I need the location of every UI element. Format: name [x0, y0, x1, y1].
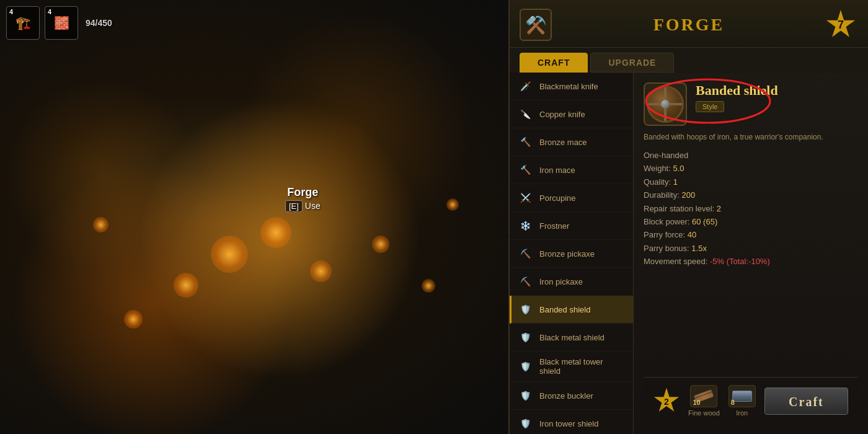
- forge-panel: ⚒️ FORGE 7 CRAFT UPGRADE 🗡️ Blackmetal k…: [508, 0, 868, 434]
- list-item-label-banded-shield: Banded shield: [539, 305, 590, 314]
- style-button[interactable]: Style: [696, 101, 724, 112]
- list-item-blackmetal-knife[interactable]: 🗡️ Blackmetal knife: [510, 73, 633, 100]
- light-effect: [422, 279, 435, 293]
- stat-durability-value: 200: [681, 190, 695, 200]
- craft-level-star: 2: [653, 388, 680, 414]
- forge-icon: ⚒️: [520, 9, 552, 41]
- list-item-bronze-buckler[interactable]: 🛡️ Bronze buckler: [510, 382, 633, 410]
- stat-parry-force-value: 40: [688, 230, 696, 239]
- forge-use-label: Use: [305, 201, 321, 211]
- item-stats: One-handed Weight: 5.0 Quality: 1 Durabi…: [644, 149, 858, 377]
- hud-item-1-count: 4: [9, 8, 13, 16]
- tab-craft[interactable]: CRAFT: [520, 53, 588, 73]
- stat-movement-speed: Movement speed: -5% (Total:-10%): [644, 255, 858, 268]
- light-effect: [310, 260, 332, 282]
- list-item-icon-porcupine: ⚔️: [517, 190, 533, 206]
- item-detail-header: Banded shield Style: [644, 82, 858, 126]
- list-item-black-metal-shield[interactable]: 🛡️ Black metal shield: [510, 324, 633, 352]
- list-item-icon-black-metal-tower-shield: 🛡️: [517, 358, 533, 374]
- list-item-bronze-pickaxe[interactable]: ⛏️ Bronze pickaxe: [510, 240, 633, 268]
- list-item-label-iron-tower-shield: Iron tower shield: [539, 419, 598, 428]
- ingredient-iron-count: 8: [731, 399, 735, 406]
- ingredient-fine-wood-icon: 10: [690, 385, 717, 407]
- list-item-label-blackmetal-knife: Blackmetal knife: [539, 82, 598, 91]
- list-item-label-bronze-buckler: Bronze buckler: [539, 391, 593, 401]
- forge-level-star: 7: [826, 10, 856, 40]
- stat-durability: Durability: 200: [644, 188, 858, 202]
- hud-item-2[interactable]: 4 🧱: [45, 6, 78, 40]
- craft-requirements: 2 10 Fine wood 8 Iron Craft: [644, 377, 858, 424]
- list-item-icon-banded-shield: 🛡️: [517, 301, 533, 317]
- list-item-copper-knife[interactable]: 🔪 Copper knife: [510, 100, 633, 128]
- stat-block-power-value: 60 (65): [692, 217, 717, 226]
- list-item-iron-pickaxe[interactable]: ⛏️ Iron pickaxe: [510, 268, 633, 296]
- stat-weight-label: Weight:: [644, 164, 673, 173]
- light-effect: [372, 236, 389, 253]
- list-item-porcupine[interactable]: ⚔️ Porcupine: [510, 184, 633, 212]
- forge-world-tooltip: Forge [E] Use: [285, 186, 321, 212]
- hud-inventory: 4 🏗️ 4 🧱 94/450: [6, 6, 112, 40]
- list-item-label-bronze-pickaxe: Bronze pickaxe: [539, 249, 595, 259]
- list-item-icon-bronze-buckler: 🛡️: [517, 388, 533, 404]
- hud-item-2-icon: 🧱: [54, 16, 69, 30]
- forge-tooltip-title: Forge: [285, 186, 321, 199]
- stat-block-power-label: Block power:: [644, 217, 692, 226]
- list-item-banded-shield[interactable]: 🛡️ Banded shield: [510, 296, 633, 324]
- light-effect: [93, 217, 108, 232]
- forge-header: ⚒️ FORGE 7: [510, 0, 868, 48]
- list-item-icon-iron-tower-shield: 🛡️: [517, 415, 533, 432]
- list-item-label-black-metal-tower-shield: Black metal tower shield: [539, 357, 626, 376]
- item-detail-panel: Banded shield Style Banded with hoops of…: [634, 73, 868, 434]
- list-item-label-iron-mace: Iron mace: [539, 166, 575, 175]
- list-item-label-iron-pickaxe: Iron pickaxe: [539, 277, 583, 286]
- list-item-icon-iron-pickaxe: ⛏️: [517, 273, 533, 290]
- stat-movement-speed-value: -5% (Total:-10%): [710, 257, 770, 266]
- tab-upgrade[interactable]: UPGRADE: [590, 53, 674, 73]
- ingredient-fine-wood: 10 Fine wood: [688, 385, 720, 417]
- stat-parry-bonus: Parry bonus: 1.5x: [644, 242, 858, 255]
- stat-movement-speed-label: Movement speed:: [644, 257, 710, 266]
- ingredient-iron-icon: 8: [728, 385, 756, 407]
- stat-parry-bonus-value: 1.5x: [691, 244, 707, 253]
- game-viewport: 4 🏗️ 4 🧱 94/450 Forge [E] Use: [0, 0, 508, 434]
- forge-tooltip-action: [E] Use: [285, 200, 321, 212]
- list-item-iron-mace[interactable]: 🔨 Iron mace: [510, 156, 633, 184]
- light-effect: [260, 217, 291, 248]
- list-item-label-copper-knife: Copper knife: [539, 110, 585, 119]
- craft-button[interactable]: Craft: [764, 388, 848, 415]
- stat-parry-force-label: Parry force:: [644, 230, 688, 239]
- list-item-icon-blackmetal-knife: 🗡️: [517, 78, 533, 94]
- stat-durability-label: Durability:: [644, 190, 681, 200]
- ingredient-fine-wood-count: 10: [693, 399, 700, 406]
- list-item-label-porcupine: Porcupine: [539, 193, 576, 203]
- light-effect: [174, 273, 198, 298]
- ingredient-fine-wood-label: Fine wood: [688, 409, 720, 417]
- list-item-label-bronze-mace: Bronze mace: [539, 138, 587, 147]
- list-item-icon-bronze-mace: 🔨: [517, 134, 533, 150]
- list-item-frostner[interactable]: ❄️ Frostner: [510, 212, 633, 240]
- hud-item-1[interactable]: 4 🏗️: [6, 6, 40, 40]
- forge-anvil-icon: ⚒️: [525, 15, 547, 35]
- light-effect: [124, 310, 143, 329]
- stat-quality: Quality: 1: [644, 175, 858, 188]
- stat-handed-label: One-handed: [644, 151, 688, 160]
- forge-content-area: 🗡️ Blackmetal knife 🔪 Copper knife 🔨 Bro…: [510, 73, 868, 434]
- list-item-bronze-mace[interactable]: 🔨 Bronze mace: [510, 128, 633, 156]
- stat-quality-value: 1: [673, 177, 678, 187]
- list-item-black-metal-tower-shield[interactable]: 🛡️ Black metal tower shield: [510, 352, 633, 382]
- list-item-icon-iron-mace: 🔨: [517, 162, 533, 178]
- ingredient-iron-label: Iron: [736, 409, 748, 417]
- forge-key-label: [E]: [285, 200, 303, 212]
- list-item-label-black-metal-shield: Black metal shield: [539, 333, 604, 342]
- hud-weight: 94/450: [86, 18, 112, 28]
- item-detail-icon: [644, 82, 687, 126]
- list-item-icon-black-metal-shield: 🛡️: [517, 329, 533, 345]
- forge-title: FORGE: [552, 15, 826, 35]
- item-list: 🗡️ Blackmetal knife 🔪 Copper knife 🔨 Bro…: [510, 73, 634, 434]
- stat-weight: Weight: 5.0: [644, 162, 858, 175]
- item-title-area: Banded shield Style: [696, 82, 858, 112]
- list-item-iron-tower-shield[interactable]: 🛡️ Iron tower shield: [510, 410, 633, 434]
- light-effect: [211, 236, 248, 273]
- stat-weight-value: 5.0: [673, 164, 684, 173]
- ingredient-iron: 8 Iron: [728, 385, 756, 417]
